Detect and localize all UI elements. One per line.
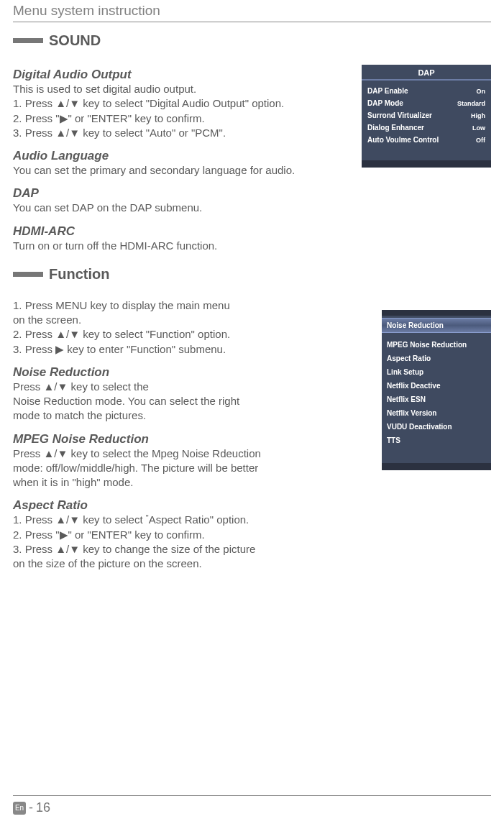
dap-row-label: Auto Voulme Control: [367, 136, 439, 144]
dap-row-auto-volume[interactable]: Auto Voulme Control Off: [367, 134, 485, 146]
function-item-vudu-deactivation[interactable]: VUDU Deactivation: [387, 420, 486, 434]
language-badge: En: [13, 802, 26, 815]
function-item-aspect-ratio[interactable]: Aspect Ratio: [387, 352, 486, 365]
dap-row-value: Standard: [457, 100, 485, 107]
section-function: Function: [13, 266, 491, 283]
function-item-mpeg[interactable]: MPEG Noise Reduction: [387, 338, 486, 352]
function-item-tts[interactable]: TTS: [387, 434, 486, 447]
heading-digital-audio-output: Digital Audio Output: [13, 68, 354, 82]
dap-row-label: Surrond Virtualizer: [367, 111, 432, 119]
footer-dash: -: [29, 800, 33, 815]
dap-row-value: On: [477, 88, 486, 95]
function-item-netflix-deactive[interactable]: Netflix Deactive: [387, 379, 486, 393]
text-hdmi-arc: Turn on or turn off the HDMI-ARC functio…: [13, 239, 354, 253]
heading-dap: DAP: [13, 186, 354, 201]
dap-row-mode[interactable]: DAP Mode Standard: [367, 97, 485, 109]
dap-row-label: Dialog Enhancer: [367, 124, 424, 132]
dap-row-label: DAP Mode: [367, 99, 403, 107]
heading-noise-reduction: Noise Reduction: [13, 365, 375, 380]
function-item-netflix-version[interactable]: Netflix Version: [387, 406, 486, 420]
function-item-netflix-esn[interactable]: Netflix ESN: [387, 393, 486, 406]
page-footer: En - 16: [0, 795, 504, 824]
heading-mpeg-noise-reduction: MPEG Noise Reduction: [13, 432, 375, 447]
dap-panel-title: DAP: [362, 65, 491, 81]
function-menu-panel: Noise Reduction MPEG Noise Reduction Asp…: [382, 310, 491, 572]
dap-row-value: High: [471, 112, 485, 119]
text-function-intro: 1. Press MENU key to display the main me…: [13, 298, 375, 357]
function-panel-header: [382, 310, 491, 316]
heading-audio-language: Audio Language: [13, 149, 354, 163]
section-title-sound: SOUND: [49, 32, 101, 49]
dap-panel-footer: [362, 160, 491, 168]
dap-menu-panel: DAP DAP Enable On DAP Mode Standard Surr…: [362, 65, 491, 253]
text-dap: You can set DAP on the DAP submenu.: [13, 201, 354, 215]
text-digital-audio-output: This is used to set digital audio output…: [13, 82, 354, 140]
function-item-link-setup[interactable]: Link Setup: [387, 365, 486, 379]
section-title-function: Function: [49, 266, 109, 283]
header-divider: [13, 22, 491, 22]
heading-aspect-ratio: Aspect Ratio: [13, 498, 375, 513]
dap-row-value: Low: [472, 124, 485, 132]
section-sound: SOUND: [13, 32, 491, 49]
heading-hdmi-arc: HDMI-ARC: [13, 224, 354, 239]
page-header: Menu system instruction: [13, 3, 491, 22]
footer-divider: [13, 795, 491, 796]
function-item-noise-reduction[interactable]: Noise Reduction: [382, 318, 491, 333]
text-audio-language: You can set the primary and secondary la…: [13, 163, 354, 178]
section-marker-icon: [13, 272, 43, 277]
page-number: 16: [36, 800, 50, 815]
dap-row-label: DAP Enable: [367, 87, 408, 95]
dap-row-dialog[interactable]: Dialog Enhancer Low: [367, 122, 485, 134]
section-marker-icon: [13, 38, 43, 43]
dap-row-value: Off: [476, 137, 485, 144]
text-mpeg-noise-reduction: Press ▲/▼ key to select the Mpeg Noise R…: [13, 447, 375, 490]
function-panel-footer: [382, 463, 491, 470]
dap-row-enable[interactable]: DAP Enable On: [367, 85, 485, 97]
text-aspect-ratio: 1. Press ▲/▼ key to select "Aspect Ratio…: [13, 513, 375, 571]
dap-row-surround[interactable]: Surrond Virtualizer High: [367, 109, 485, 122]
text-noise-reduction: Press ▲/▼ key to select the Noise Reduct…: [13, 380, 375, 424]
